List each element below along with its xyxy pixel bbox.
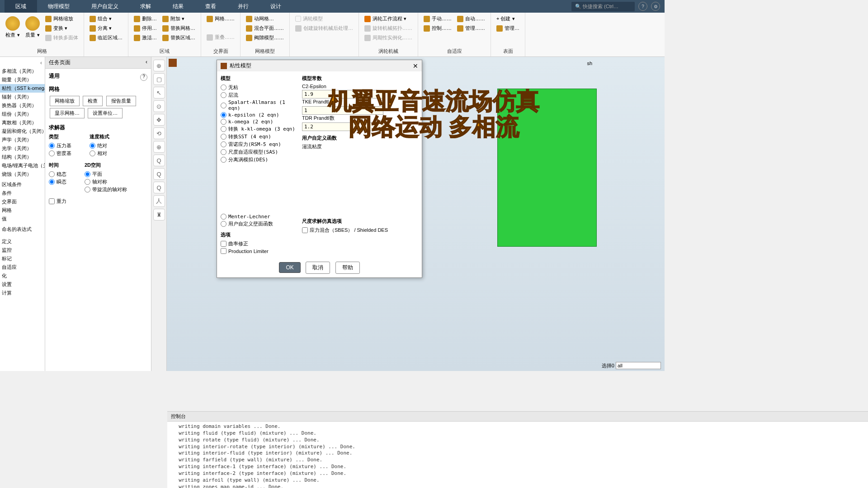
tree-item[interactable]: 交界面 [0,197,45,206]
model-radio[interactable]: 层流 [221,91,297,99]
model-radio[interactable]: 尺度自适应模型(SAS) [221,148,297,156]
gap-model-button[interactable]: 阀隙模型…… [244,33,286,42]
append-button[interactable]: 附加 ▾ [160,14,197,23]
menu-tab-view[interactable]: 查看 [194,0,227,13]
manage-adapt-button[interactable]: 管理…… [455,24,487,33]
transform-button[interactable]: 变换 ▾ [43,24,80,33]
overset-button[interactable]: 重叠…… [205,33,236,42]
units-button[interactable]: 设置单位… [88,108,123,118]
tree-item[interactable]: 区域条件 [0,180,45,189]
display-mesh-button[interactable]: 显示网格… [50,108,85,118]
menu-tab-region[interactable]: 区域 [5,0,37,13]
scale-mesh-button[interactable]: 网格缩放 [43,14,80,23]
tree-item[interactable]: 粘性（SST k-omega [0,84,45,93]
turbo-workflow-button[interactable]: 涡轮工作流程 ▾ [363,14,414,23]
view-tool-button[interactable]: ⊕ [153,60,165,71]
view-tool-button[interactable]: ✥ [153,114,165,126]
tree-item[interactable]: 设置 [0,280,45,289]
tree-item[interactable]: 监控 [0,246,45,254]
model-radio[interactable]: Menter-Lechner [221,213,297,220]
help-icon[interactable]: ? [638,2,647,11]
tree-item[interactable]: 烧蚀（关闭） [0,170,45,178]
axisym-swirl-radio[interactable]: 带旋流的轴对称 [85,186,127,193]
menu-tab-physics[interactable]: 物理模型 [37,0,80,13]
view-tool-button[interactable]: 人 [153,195,165,207]
tree-item[interactable]: 换热器（关闭） [0,101,45,110]
view-tool-button[interactable]: ▢ [153,73,165,85]
gravity-checkbox[interactable]: 重力 [49,198,147,205]
tree-item[interactable]: 声学（关闭） [0,136,45,144]
create-surface-button[interactable]: + 创建 ▾ [495,14,521,23]
menu-tab-solve[interactable]: 求解 [129,0,162,13]
tree-item[interactable]: 条件 [0,189,45,197]
model-radio[interactable]: Spalart-Allmaras (1 eqn) [221,99,297,112]
view-tool-button[interactable]: Q [153,155,165,166]
auto-adapt-button[interactable]: 自动…… [455,14,487,23]
mixing-plane-button[interactable]: 混合平面…… [244,24,286,33]
tree-item[interactable]: 定义 [0,237,45,246]
planar-radio[interactable]: 平面 [85,170,127,178]
model-radio[interactable]: 用户自定义壁面函数 [221,220,297,228]
transient-radio[interactable]: 瞬态 [49,178,66,186]
dynamic-mesh-button[interactable]: 动网格… [244,14,286,23]
tree-item[interactable]: 辐射（关闭） [0,93,45,101]
view-tool-button[interactable]: Q [153,182,165,193]
tree-item[interactable]: 离散相（关闭） [0,118,45,127]
deactivate-button[interactable]: 停用… [132,24,159,33]
tree-item[interactable]: 命名的表达式 [0,225,45,234]
model-radio[interactable]: k-omega (2 eqn) [221,118,297,125]
tree-item[interactable]: 计算 [0,289,45,297]
separate-button[interactable]: 分离 ▾ [88,24,124,33]
replace-mesh-button[interactable]: 替换网格… [160,24,197,33]
tree-item[interactable]: 结构（关闭） [0,153,45,161]
steady-radio[interactable]: 稳态 [49,170,66,178]
constant-input[interactable] [302,106,383,115]
model-radio[interactable]: 转换 k-kl-omega (3 eqn) [221,125,297,133]
help-icon[interactable]: ? [140,74,147,81]
polyhedra-button[interactable]: 转换多面体 [43,33,80,42]
absolute-radio[interactable]: 绝对 [90,142,109,150]
tree-item[interactable]: 化 [0,272,45,280]
tree-item[interactable]: 自适应 [0,263,45,272]
report-quality-button[interactable]: 报告质量 [106,96,136,106]
model-radio[interactable]: 雷诺应力(RSM-5 eqn) [221,141,297,148]
production-limiter-checkbox[interactable]: Production Limiter [221,248,297,254]
quality-button[interactable]: 质量 ▾ [24,14,42,48]
constant-input[interactable] [302,122,383,131]
view-tool-button[interactable]: ⊕ [153,141,165,153]
tree-item[interactable]: 网格 [0,206,45,215]
tree-item[interactable]: 组份（关闭） [0,110,45,118]
check-button[interactable]: 检查 ▾ [4,14,22,48]
collapse-tree-icon[interactable]: ‹ [0,59,45,67]
help-button[interactable]: 帮助 [335,262,360,274]
density-based-radio[interactable]: 密度基 [49,150,71,157]
menu-tab-parallel[interactable]: 并行 [227,0,259,13]
taskpane-collapse-icon[interactable]: ‹ [146,59,147,66]
combine-button[interactable]: 组合 ▾ [88,14,124,23]
manage-surface-button[interactable]: 管理… [495,24,521,33]
view-tool-button[interactable]: ↖ [153,87,165,99]
model-radio[interactable]: 转换SST (4 eqn) [221,133,297,141]
view-tool-button[interactable]: ⊙ [153,100,165,112]
adjacent-button[interactable]: 临近区域… [88,33,124,42]
model-radio[interactable]: 分离涡模拟(DES) [221,156,297,164]
mesh-interface-button[interactable]: 网格…… [205,14,236,23]
menu-tab-udf[interactable]: 用户自定义 [80,0,129,13]
ok-button[interactable]: OK [279,262,300,273]
tree-item[interactable]: 值 [0,215,45,223]
relative-radio[interactable]: 相对 [90,150,109,157]
selection-input[interactable] [616,362,661,369]
pressure-based-radio[interactable]: 压力基 [49,142,71,150]
sbes-checkbox[interactable]: 应力混合（SBES） / Shielded DES [302,226,418,234]
control-adapt-button[interactable]: 控制…… [422,24,453,33]
view-tool-button[interactable]: ⟲ [153,127,165,139]
check-mesh-button[interactable]: 检查 [83,96,103,106]
delete-button[interactable]: 删除… [132,14,159,23]
tree-item[interactable]: 凝固和熔化（关闭） [0,127,45,136]
activate-button[interactable]: 激活… [132,33,159,42]
menu-tab-results[interactable]: 结果 [162,0,194,13]
menu-tab-design[interactable]: 设计 [259,0,292,13]
model-radio[interactable]: 无粘 [221,84,297,91]
tree-item[interactable]: 多相流（关闭） [0,67,45,75]
tree-item[interactable]: 光学（关闭） [0,144,45,153]
